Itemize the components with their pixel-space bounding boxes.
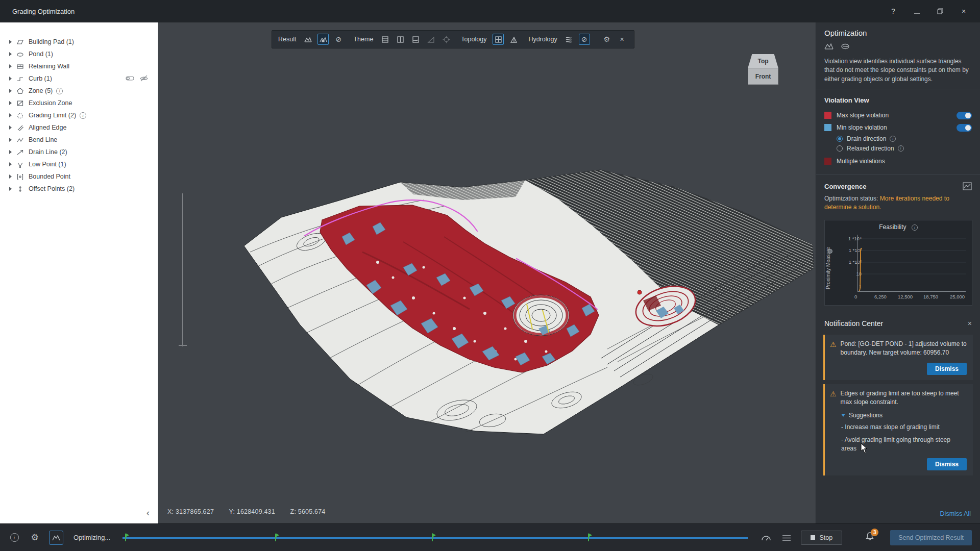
info-icon[interactable]: i bbox=[80, 112, 86, 119]
theme-contours-icon[interactable] bbox=[410, 34, 421, 45]
tree-item-low-point[interactable]: Low Point (1) bbox=[0, 158, 158, 170]
stop-button[interactable]: Stop bbox=[801, 531, 842, 545]
triangle-topology-icon[interactable] bbox=[508, 34, 519, 45]
tree-item-bend-line[interactable]: Bend Line bbox=[0, 134, 158, 146]
topology-group-label: Topology bbox=[461, 36, 486, 43]
expand-caret-icon[interactable] bbox=[9, 40, 12, 44]
info-icon[interactable]: i bbox=[56, 88, 63, 94]
max-slope-toggle[interactable] bbox=[957, 112, 972, 119]
view-cube-top-face[interactable]: Top bbox=[748, 54, 778, 68]
minimize-icon[interactable] bbox=[912, 6, 922, 16]
expand-caret-icon[interactable] bbox=[9, 174, 12, 179]
send-optimized-result-button[interactable]: Send Optimized Result bbox=[890, 530, 972, 545]
tree-item-label: Offset Points (2) bbox=[29, 185, 75, 192]
info-icon[interactable]: i bbox=[912, 224, 918, 231]
drain-direction-radio[interactable] bbox=[837, 136, 843, 142]
notification-center-close-icon[interactable]: × bbox=[968, 319, 972, 328]
mesh-topology-icon[interactable] bbox=[493, 34, 504, 45]
expand-caret-icon[interactable] bbox=[9, 64, 12, 68]
x-tick: 6,250 bbox=[874, 294, 887, 299]
multiple-violations-swatch bbox=[824, 158, 831, 165]
milestone-marker-icon[interactable] bbox=[429, 533, 436, 542]
expand-caret-icon[interactable] bbox=[9, 150, 12, 154]
exclusion-zone-icon bbox=[16, 99, 24, 107]
min-slope-toggle[interactable] bbox=[957, 124, 972, 132]
optimization-timeline[interactable] bbox=[122, 532, 748, 543]
min-slope-swatch bbox=[824, 124, 831, 131]
dismiss-all-link[interactable]: Dismiss All bbox=[940, 510, 971, 517]
expand-caret-icon[interactable] bbox=[9, 126, 12, 130]
drain-direction-label: Drain direction bbox=[847, 135, 886, 142]
suggestions-toggle[interactable]: Suggestions bbox=[841, 412, 967, 419]
tree-item-aligned-edge[interactable]: Aligned Edge bbox=[0, 121, 158, 134]
iteration-list-icon[interactable] bbox=[780, 532, 793, 544]
tree-item-grading-limit[interactable]: Grading Limit (2) i bbox=[0, 109, 158, 121]
eye-off-icon[interactable] bbox=[140, 74, 149, 84]
no-hydrology-icon[interactable]: ⊘ bbox=[579, 34, 590, 45]
info-icon[interactable]: i bbox=[8, 532, 20, 544]
expand-caret-icon[interactable] bbox=[9, 77, 12, 81]
tree-item-building-pad[interactable]: Building Pad (1) bbox=[0, 36, 158, 48]
toggle-visibility-icon[interactable] bbox=[126, 74, 135, 84]
tree-item-bounded-point[interactable]: Bounded Point bbox=[0, 170, 158, 183]
expand-caret-icon[interactable] bbox=[9, 101, 12, 105]
tree-item-exclusion-zone[interactable]: Exclusion Zone bbox=[0, 97, 158, 109]
tree-item-drain-line[interactable]: Drain Line (2) bbox=[0, 146, 158, 158]
axis-handle[interactable] bbox=[828, 249, 832, 254]
help-icon[interactable]: ? bbox=[888, 6, 898, 16]
speed-gauge-icon[interactable] bbox=[760, 532, 772, 544]
tree-item-offset-points[interactable]: Offset Points (2) bbox=[0, 183, 158, 195]
info-icon[interactable]: i bbox=[890, 136, 896, 142]
restore-icon[interactable] bbox=[935, 6, 945, 16]
view-cube[interactable]: Top Front bbox=[748, 54, 778, 85]
tree-item-retaining-wall[interactable]: Retaining Wall bbox=[0, 60, 158, 72]
close-icon[interactable]: × bbox=[959, 6, 969, 16]
dismiss-button[interactable]: Dismiss bbox=[927, 363, 967, 375]
milestone-marker-icon[interactable] bbox=[585, 533, 592, 542]
viewport-settings-gear-icon[interactable]: ⚙ bbox=[601, 34, 612, 45]
panel-description: Violation view identifies individual sur… bbox=[824, 57, 972, 84]
expand-caret-icon[interactable] bbox=[9, 187, 12, 191]
model-viewport[interactable]: Result ⊘ Theme Topology Hydrology ⊘ ⚙ × … bbox=[158, 22, 816, 523]
milestone-marker-icon[interactable] bbox=[122, 533, 129, 542]
drain-line-icon bbox=[16, 148, 24, 156]
settings-gear-icon[interactable]: ⚙ bbox=[29, 532, 41, 544]
theme-shade-icon[interactable] bbox=[440, 34, 452, 45]
violation-tool-icon[interactable] bbox=[824, 42, 834, 52]
drain-direction-option[interactable]: Drain direction i bbox=[824, 134, 972, 143]
expand-caret-icon[interactable] bbox=[9, 162, 12, 166]
surface-result-icon[interactable] bbox=[302, 34, 313, 45]
tree-item-pond[interactable]: Pond (1) bbox=[0, 48, 158, 60]
violation-view-icon[interactable] bbox=[317, 34, 329, 45]
building-pad-icon bbox=[16, 38, 24, 46]
relaxed-direction-label: Relaxed direction bbox=[847, 145, 894, 152]
info-icon[interactable]: i bbox=[898, 145, 904, 152]
relaxed-direction-option[interactable]: Relaxed direction i bbox=[824, 143, 972, 153]
no-result-icon[interactable]: ⊘ bbox=[333, 34, 344, 45]
optimization-tool-icon[interactable] bbox=[49, 531, 63, 545]
expand-caret-icon[interactable] bbox=[9, 138, 12, 142]
status-label: Optimization status: bbox=[824, 195, 880, 202]
expand-caret-icon[interactable] bbox=[9, 113, 12, 117]
expand-caret-icon[interactable] bbox=[9, 89, 12, 93]
relaxed-direction-radio[interactable] bbox=[837, 145, 843, 152]
milestone-marker-icon[interactable] bbox=[273, 533, 279, 542]
warning-icon: ⚠ bbox=[830, 340, 837, 358]
expand-chart-icon[interactable] bbox=[963, 182, 972, 190]
low-point-icon bbox=[16, 160, 24, 168]
tree-item-curb[interactable]: Curb (1) bbox=[0, 72, 158, 85]
flow-lines-icon[interactable] bbox=[564, 34, 575, 45]
theme-elevation-icon[interactable] bbox=[379, 34, 390, 45]
expand-caret-icon[interactable] bbox=[9, 52, 12, 56]
theme-tool-icon[interactable] bbox=[841, 42, 850, 52]
suggestion-item: - Increase max slope of grading limit bbox=[841, 423, 967, 432]
view-cube-front-face[interactable]: Front bbox=[748, 68, 778, 85]
dismiss-button[interactable]: Dismiss bbox=[927, 458, 967, 470]
notifications-bell[interactable]: 3 bbox=[865, 532, 875, 543]
theme-cutfill-icon[interactable] bbox=[395, 34, 406, 45]
suggestions-label: Suggestions bbox=[849, 412, 883, 419]
theme-slope-icon[interactable] bbox=[425, 34, 436, 45]
collapse-sidebar-icon[interactable]: ‹ bbox=[146, 509, 150, 516]
toolbar-close-icon[interactable]: × bbox=[617, 34, 628, 45]
tree-item-zone[interactable]: Zone (5) i bbox=[0, 85, 158, 97]
